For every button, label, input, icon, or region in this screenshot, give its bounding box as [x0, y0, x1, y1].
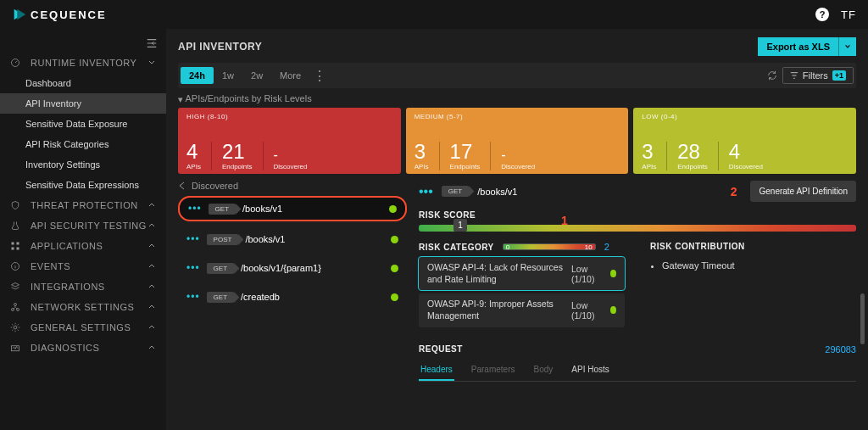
svg-rect-5 — [12, 248, 14, 250]
endpoint-row[interactable]: ••• GET /books/v1/{param1} — [178, 257, 407, 279]
generate-api-definition-button[interactable]: Generate API Definition — [750, 181, 856, 202]
help-icon[interactable]: ? — [815, 8, 829, 21]
chevron-up-icon — [147, 201, 156, 209]
metric-value: 21 — [222, 142, 253, 162]
more-icon[interactable]: ••• — [186, 233, 200, 245]
tab-headers[interactable]: Headers — [419, 360, 454, 381]
nav-section-label: GENERAL SETTINGS — [31, 322, 131, 332]
risk-score-label: RISK SCORE — [419, 210, 856, 220]
risk-cards: HIGH (8-10) 4APIs 21Endpoints -Discovere… — [178, 108, 856, 174]
method-badge: GET — [207, 292, 234, 303]
request-count: 296083 — [825, 344, 856, 355]
nav-section-diagnostics[interactable]: DIAGNOSTICS — [0, 338, 166, 358]
more-options-icon[interactable]: ⋮ — [309, 65, 330, 86]
network-icon — [10, 302, 20, 312]
nav-section-testing[interactable]: API SECURITY TESTING — [0, 215, 166, 236]
risk-category-card[interactable]: OWASP API-9: Improper Assets Management … — [419, 293, 625, 327]
risk-card-medium[interactable]: MEDIUM (5-7) 3APIs 17Endpoints -Discover… — [406, 108, 629, 174]
metric-label: APIs — [642, 164, 656, 170]
discovered-header[interactable]: Discovered — [178, 181, 407, 191]
sidebar: RUNTIME INVENTORY Dashboard API Inventor… — [0, 29, 166, 430]
more-icon[interactable]: ••• — [419, 184, 433, 199]
chevron-up-icon — [147, 262, 156, 271]
tab-api-hosts[interactable]: API Hosts — [570, 360, 610, 381]
metric-label: Discovered — [274, 164, 308, 170]
time-more[interactable]: More — [271, 67, 309, 84]
time-2w[interactable]: 2w — [242, 67, 271, 84]
endpoint-path: /createdb — [241, 292, 384, 302]
chevron-up-icon — [147, 323, 156, 332]
status-dot-icon — [389, 205, 397, 213]
nav-section-applications[interactable]: APPLICATIONS — [0, 236, 166, 256]
scrollbar-thumb[interactable] — [860, 293, 865, 344]
sidebar-item-sensitive-data-exposure[interactable]: Sensitive Data Exposure — [0, 114, 166, 134]
tab-body[interactable]: Body — [532, 360, 555, 381]
export-dropdown[interactable] — [838, 37, 856, 56]
metric-value: 4 — [729, 142, 763, 162]
nav-section-label: DIAGNOSTICS — [31, 343, 99, 353]
nav-section-network[interactable]: NETWORK SETTINGS — [0, 297, 166, 317]
method-badge: GET — [209, 204, 236, 215]
brand-text: CEQUENCE — [31, 8, 107, 21]
nav-section-runtime[interactable]: RUNTIME INVENTORY — [0, 53, 166, 73]
filters-button[interactable]: Filters +1 — [782, 67, 854, 84]
risk-contribution-label: RISK CONTRIBUTION — [650, 242, 856, 251]
endpoint-path: /books/v1 — [242, 204, 382, 214]
sidebar-item-sensitive-data-expr[interactable]: Sensitive Data Expressions — [0, 175, 166, 195]
risk-card-low[interactable]: LOW (0-4) 3APIs 28Endpoints 4Discovered — [633, 108, 856, 174]
sidebar-item-api-risk-categories[interactable]: API Risk Categories — [0, 134, 166, 154]
layers-icon — [10, 282, 20, 292]
svg-point-11 — [14, 326, 17, 329]
method-badge: GET — [442, 186, 469, 197]
risk-score-marker: 1 — [453, 219, 467, 232]
info-icon — [10, 261, 20, 271]
chevron-up-icon — [147, 242, 156, 250]
risk-score-bar: 1 — [419, 225, 856, 232]
endpoint-row[interactable]: ••• GET /books/v1 — [178, 196, 407, 221]
grid-icon — [10, 241, 20, 251]
risk-card-label: LOW (0-4) — [642, 113, 848, 120]
risk-card-label: MEDIUM (5-7) — [415, 113, 620, 120]
nav-section-events[interactable]: EVENTS — [0, 256, 166, 276]
user-initials[interactable]: TF — [841, 8, 856, 21]
chevron-down-icon — [147, 59, 156, 67]
risk-card-high[interactable]: HIGH (8-10) 4APIs 21Endpoints -Discovere… — [178, 108, 401, 174]
metric-label: Discovered — [501, 164, 535, 170]
sidebar-item-api-inventory[interactable]: API Inventory — [0, 93, 166, 114]
nav-section-general[interactable]: GENERAL SETTINGS — [0, 317, 166, 338]
sidebar-item-dashboard[interactable]: Dashboard — [0, 73, 166, 93]
endpoint-path: /books/v1 — [245, 234, 384, 244]
shield-icon — [10, 200, 20, 210]
export-button[interactable]: Export as XLS — [758, 37, 838, 56]
filters-label: Filters — [803, 70, 828, 81]
method-badge: GET — [207, 263, 234, 274]
tab-parameters[interactable]: Parameters — [470, 360, 517, 381]
nav-section-threat[interactable]: THREAT PROTECTION — [0, 195, 166, 215]
endpoint-row[interactable]: ••• POST /books/v1 — [178, 228, 407, 250]
brand: CEQUENCE — [12, 7, 107, 22]
nav-section-label: INTEGRATIONS — [31, 282, 105, 292]
time-24h[interactable]: 24h — [181, 67, 214, 84]
risk-header[interactable]: ▾ APIs/Endpoints by Risk Levels — [178, 93, 856, 104]
chevron-up-icon — [147, 343, 156, 352]
chevron-up-icon — [147, 303, 156, 311]
more-icon[interactable]: ••• — [188, 203, 202, 215]
flask-icon — [10, 221, 20, 231]
chevron-down-icon — [844, 43, 851, 50]
more-icon[interactable]: ••• — [186, 262, 200, 274]
svg-rect-3 — [12, 243, 14, 245]
main: API INVENTORY Export as XLS 24h 1w 2w Mo… — [166, 29, 868, 430]
metric-value: - — [274, 148, 308, 162]
request-tabs: Headers Parameters Body API Hosts — [419, 360, 856, 382]
sidebar-item-inventory-settings[interactable]: Inventory Settings — [0, 154, 166, 175]
endpoint-row[interactable]: ••• GET /createdb — [178, 286, 407, 308]
risk-category-card[interactable]: OWASP API-4: Lack of Resources and Rate … — [419, 257, 625, 290]
metric-value: 3 — [415, 142, 429, 162]
nav-section-integrations[interactable]: INTEGRATIONS — [0, 276, 166, 297]
status-dot-icon — [391, 293, 398, 301]
more-icon[interactable]: ••• — [186, 291, 200, 303]
contribution-item: Gateway Timeout — [662, 260, 856, 271]
time-1w[interactable]: 1w — [214, 67, 242, 84]
collapse-icon[interactable] — [146, 37, 158, 49]
refresh-icon[interactable] — [762, 65, 782, 86]
